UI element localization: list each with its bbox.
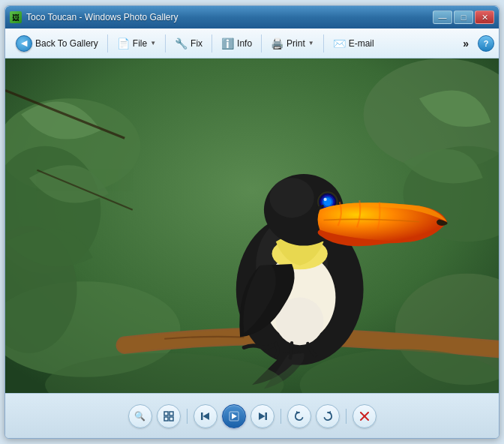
svg-marker-37 [328,411,331,414]
svg-rect-34 [265,412,267,420]
svg-marker-33 [232,413,237,419]
print-chevron-icon: ▼ [308,40,314,46]
minimize-button[interactable]: — [433,10,452,24]
fit-icon [164,411,174,422]
rotate-ccw-icon [294,411,304,422]
controls-separator-3 [346,409,346,424]
email-button[interactable]: ✉️ E-mail [327,34,380,52]
overflow-button[interactable]: » [457,34,475,52]
close-button[interactable]: ✕ [475,10,494,24]
previous-button[interactable] [194,404,218,428]
help-label: ? [484,39,489,48]
fix-button[interactable]: 🔧 Fix [169,34,208,52]
zoom-icon: 🔍 [134,411,146,422]
svg-rect-26 [164,412,168,416]
rotate-cw-button[interactable] [316,404,340,428]
app-icon: 🖼 [10,11,22,23]
photo-display-area [5,58,499,393]
play-icon [229,411,239,422]
slideshow-button[interactable] [222,404,246,428]
toolbar-separator-1 [107,34,108,52]
back-to-gallery-button[interactable]: ◀ Back To Gallery [10,32,104,55]
svg-rect-27 [170,412,173,416]
file-label: File [133,38,147,49]
delete-icon [360,412,369,421]
toolbar-separator-4 [261,34,262,52]
zoom-button[interactable]: 🔍 [128,404,152,428]
print-menu-button[interactable]: 🖨️ Print ▼ [265,34,320,52]
delete-button[interactable] [352,404,376,428]
svg-point-22 [324,198,327,201]
maximize-button[interactable]: □ [454,10,473,24]
email-icon: ✉️ [333,38,346,50]
controls-separator-1 [187,409,188,424]
toolbar-separator-5 [323,34,324,52]
svg-marker-35 [259,412,266,420]
print-icon: 🖨️ [271,38,284,50]
svg-rect-28 [164,417,168,421]
rotate-ccw-button[interactable] [287,404,311,428]
svg-point-16 [269,178,314,218]
fix-icon: 🔧 [175,38,188,50]
controls-bar: 🔍 [5,393,499,438]
title-bar: 🖼 Toco Toucan - Windows Photo Gallery — … [5,6,499,28]
photo-canvas [5,58,499,393]
title-buttons: — □ ✕ [433,10,494,24]
back-label: Back To Gallery [35,38,98,49]
toolbar-separator-2 [165,34,166,52]
info-label: Info [237,38,252,49]
fix-label: Fix [190,38,202,49]
svg-rect-29 [170,417,173,421]
email-label: E-mail [349,38,374,49]
print-label: Print [286,38,305,49]
main-window: 🖼 Toco Toucan - Windows Photo Gallery — … [4,5,500,439]
back-arrow-icon: ◀ [16,35,32,52]
next-button[interactable] [250,404,274,428]
controls-separator-2 [280,409,281,424]
next-icon [258,412,267,421]
file-menu-button[interactable]: 📄 File ▼ [111,34,162,52]
svg-rect-30 [201,412,203,420]
info-icon: ℹ️ [221,38,234,50]
svg-marker-31 [202,412,209,420]
toolbar: ◀ Back To Gallery 📄 File ▼ 🔧 Fix ℹ️ Info… [5,28,499,58]
fit-button[interactable] [157,404,181,428]
toolbar-overflow: » ? [457,34,494,52]
window-title: Toco Toucan - Windows Photo Gallery [26,12,178,22]
info-button[interactable]: ℹ️ Info [215,34,258,52]
prev-icon [201,412,210,421]
svg-marker-36 [296,411,299,414]
file-chevron-icon: ▼ [150,40,156,46]
toolbar-separator-3 [212,34,212,52]
help-button[interactable]: ? [478,35,494,52]
title-bar-left: 🖼 Toco Toucan - Windows Photo Gallery [10,11,178,23]
file-icon: 📄 [117,38,130,50]
rotate-cw-icon [322,411,333,422]
